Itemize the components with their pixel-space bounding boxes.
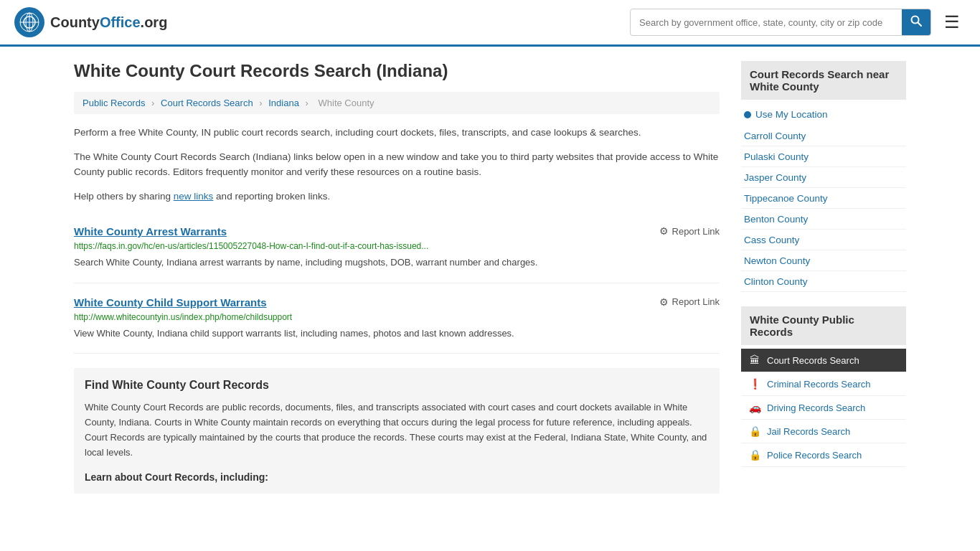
nearby-county-item: Jasper County <box>741 167 906 188</box>
breadcrumb-white-county: White County <box>319 98 374 108</box>
nearby-section: Court Records Search near White County U… <box>741 61 906 292</box>
find-section: Find White County Court Records White Co… <box>74 368 720 493</box>
pub-record-label-4: Police Records Search <box>767 450 862 461</box>
search-bar <box>630 9 931 36</box>
nearby-county-item: Carroll County <box>741 126 906 146</box>
pub-record-link-3[interactable]: 🔒 Jail Records Search <box>741 420 906 443</box>
logo-text: CountyOffice.org <box>50 14 167 31</box>
page-title: White County Court Records Search (India… <box>74 61 720 81</box>
record-item: White County Arrest Warrants ⚙ Report Li… <box>74 212 720 283</box>
record-item: White County Child Support Warrants ⚙ Re… <box>74 283 720 354</box>
use-location-link[interactable]: Use My Location <box>741 103 906 126</box>
nearby-county-item: Clinton County <box>741 271 906 292</box>
report-link-0[interactable]: ⚙ Report Link <box>659 225 720 237</box>
pub-record-icon-2: 🚗 <box>748 402 761 413</box>
breadcrumb-indiana[interactable]: Indiana <box>268 98 299 108</box>
use-location-label: Use My Location <box>755 109 828 120</box>
menu-button[interactable]: ☰ <box>938 9 966 35</box>
nearby-county-link-3[interactable]: Tippecanoe County <box>744 193 828 204</box>
header-right: ☰ <box>630 9 966 36</box>
pub-record-label-3: Jail Records Search <box>767 426 850 437</box>
logo-icon <box>14 7 44 37</box>
nearby-county-link-2[interactable]: Jasper County <box>744 172 806 183</box>
pub-record-link-1[interactable]: ❗ Criminal Records Search <box>741 372 906 395</box>
nearby-county-item: Benton County <box>741 209 906 230</box>
find-section-title: Find White County Court Records <box>85 379 709 392</box>
site-header: CountyOffice.org ☰ <box>0 0 980 47</box>
nearby-county-item: Tippecanoe County <box>741 188 906 209</box>
report-icon-0: ⚙ <box>659 225 669 237</box>
nearby-section-title: Court Records Search near White County <box>741 61 906 100</box>
pub-record-icon-3: 🔒 <box>748 425 761 437</box>
public-records-list: 🏛 Court Records Search ❗ Criminal Record… <box>741 349 906 467</box>
pub-record-label-2: Driving Records Search <box>767 402 865 413</box>
pub-record-label-0: Court Records Search <box>767 355 859 366</box>
breadcrumb-court-records[interactable]: Court Records Search <box>161 98 253 108</box>
record-title-0[interactable]: White County Arrest Warrants <box>74 225 227 237</box>
nearby-county-item: Newton County <box>741 250 906 271</box>
report-icon-1: ⚙ <box>659 296 669 308</box>
nearby-county-item: Pulaski County <box>741 146 906 167</box>
breadcrumb: Public Records › Court Records Search › … <box>74 92 720 114</box>
nearby-county-link-6[interactable]: Newton County <box>744 255 810 266</box>
nearby-county-link-0[interactable]: Carroll County <box>744 131 806 141</box>
record-url-0[interactable]: https://faqs.in.gov/hc/en-us/articles/11… <box>74 241 720 251</box>
intro-text-3: Help others by sharing new links and rep… <box>74 189 720 204</box>
location-dot-icon <box>744 111 751 118</box>
record-url-1[interactable]: http://www.whitecountyin.us/index.php/ho… <box>74 312 720 322</box>
pub-record-icon-1: ❗ <box>748 378 761 390</box>
content-area: White County Court Records Search (India… <box>74 61 720 508</box>
intro-text-1: Perform a free White County, IN public c… <box>74 125 720 141</box>
pub-record-icon-0: 🏛 <box>748 354 761 366</box>
pub-record-label-1: Criminal Records Search <box>767 379 871 390</box>
svg-line-6 <box>918 23 922 27</box>
logo-area: CountyOffice.org <box>14 7 167 37</box>
pub-record-item: ❗ Criminal Records Search <box>741 372 906 396</box>
nearby-counties-list: Carroll CountyPulaski CountyJasper Count… <box>741 126 906 292</box>
nearby-county-item: Cass County <box>741 230 906 250</box>
intro-text-2: The White County Court Records Search (I… <box>74 149 720 180</box>
records-container: White County Arrest Warrants ⚙ Report Li… <box>74 212 720 354</box>
search-button[interactable] <box>902 9 930 35</box>
sidebar: Court Records Search near White County U… <box>741 61 906 508</box>
record-title-1[interactable]: White County Child Support Warrants <box>74 296 267 309</box>
pub-record-item: 🔒 Jail Records Search <box>741 420 906 443</box>
record-desc-0: Search White County, Indiana arrest warr… <box>74 255 720 270</box>
pub-record-icon-4: 🔒 <box>748 449 761 461</box>
record-desc-1: View White County, Indiana child support… <box>74 326 720 341</box>
breadcrumb-public-records[interactable]: Public Records <box>83 98 145 108</box>
pub-record-item: 🔒 Police Records Search <box>741 443 906 467</box>
report-link-1[interactable]: ⚙ Report Link <box>659 296 720 308</box>
pub-record-link-0[interactable]: 🏛 Court Records Search <box>741 349 906 372</box>
pub-record-item: 🏛 Court Records Search <box>741 349 906 372</box>
nearby-county-link-5[interactable]: Cass County <box>744 235 799 245</box>
nearby-county-link-1[interactable]: Pulaski County <box>744 151 809 162</box>
find-section-text: White County Court Records are public re… <box>85 400 709 460</box>
nearby-county-link-7[interactable]: Clinton County <box>744 276 808 287</box>
new-links-link[interactable]: new links <box>174 191 214 202</box>
pub-record-link-4[interactable]: 🔒 Police Records Search <box>741 443 906 466</box>
main-container: White County Court Records Search (India… <box>60 47 920 522</box>
search-input[interactable] <box>631 11 902 34</box>
pub-record-item: 🚗 Driving Records Search <box>741 396 906 420</box>
public-records-title: White County Public Records <box>741 306 906 345</box>
nearby-county-link-4[interactable]: Benton County <box>744 214 808 225</box>
public-records-section: White County Public Records 🏛 Court Reco… <box>741 306 906 467</box>
learn-title: Learn about Court Records, including: <box>85 471 709 483</box>
pub-record-link-2[interactable]: 🚗 Driving Records Search <box>741 396 906 419</box>
